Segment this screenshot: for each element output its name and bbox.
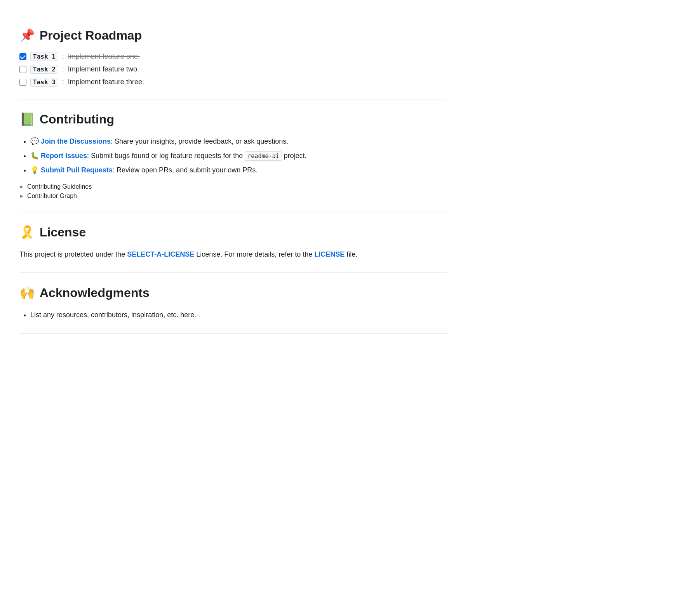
contrib-emoji-1: 💬 bbox=[30, 137, 41, 145]
readme-ai-code: readme-ai bbox=[245, 151, 282, 161]
task-checkbox-2[interactable] bbox=[19, 66, 26, 73]
join-discussions-link[interactable]: Join the Discussions bbox=[41, 137, 111, 145]
contributing-guidelines-label: Contributing Guidelines bbox=[27, 183, 92, 190]
roadmap-emoji: 📌 bbox=[19, 28, 35, 43]
task-text-1: Implement feature one. bbox=[68, 52, 140, 61]
task-label-2: Task 2 bbox=[30, 65, 58, 74]
contributing-title: 📗 Contributing bbox=[19, 112, 447, 127]
task-checkbox-3[interactable] bbox=[19, 79, 26, 86]
contrib-text-3: : Review open PRs, and submit your own P… bbox=[113, 166, 258, 174]
acknowledgments-emoji: 🙌 bbox=[19, 285, 35, 300]
task-text-2: Implement feature two. bbox=[68, 65, 139, 73]
acknowledgments-title: 🙌 Acknowledgments bbox=[19, 285, 447, 300]
contributing-section: 📗 Contributing 💬 Join the Discussions: S… bbox=[19, 99, 447, 212]
contrib-item-3: 💡 Submit Pull Requests: Review open PRs,… bbox=[30, 165, 447, 176]
details-item-guidelines[interactable]: ► Contributing Guidelines bbox=[19, 183, 447, 190]
task-text-3: Implement feature three. bbox=[68, 78, 144, 86]
task-separator-3: : bbox=[62, 78, 64, 86]
license-text-middle: License. For more details, refer to the bbox=[194, 250, 314, 258]
contributing-emoji: 📗 bbox=[19, 112, 35, 127]
roadmap-title: 📌 Project Roadmap bbox=[19, 28, 447, 43]
license-text: This project is protected under the SELE… bbox=[19, 249, 447, 260]
triangle-icon-2: ► bbox=[19, 193, 24, 199]
select-a-license-link[interactable]: SELECT-A-LICENSE bbox=[127, 250, 194, 258]
details-item-graph[interactable]: ► Contributor Graph bbox=[19, 193, 447, 200]
license-title: 🎗️ License bbox=[19, 225, 447, 240]
task-checkbox-1[interactable] bbox=[19, 53, 26, 60]
task-item-1: Task 1 : Implement feature one. bbox=[19, 52, 447, 61]
contrib-item-1: 💬 Join the Discussions: Share your insig… bbox=[30, 136, 447, 147]
contrib-text-2-after: project. bbox=[282, 152, 307, 160]
contrib-text-2: : Submit bugs found or log feature reque… bbox=[87, 152, 245, 160]
contrib-emoji-2: 🐛 bbox=[30, 152, 41, 160]
ack-text-1: List any resources, contributors, inspir… bbox=[30, 311, 196, 319]
license-text-after: file. bbox=[345, 250, 357, 258]
ack-item-1: List any resources, contributors, inspir… bbox=[30, 309, 447, 321]
acknowledgments-list: List any resources, contributors, inspir… bbox=[19, 309, 447, 321]
license-emoji: 🎗️ bbox=[19, 225, 35, 240]
details-list: ► Contributing Guidelines ► Contributor … bbox=[19, 183, 447, 200]
report-issues-link[interactable]: Report Issues bbox=[41, 152, 87, 160]
roadmap-section: 📌 Project Roadmap Task 1 : Implement fea… bbox=[19, 16, 447, 99]
task-separator-2: : bbox=[62, 65, 64, 73]
task-item-2: Task 2 : Implement feature two. bbox=[19, 65, 447, 74]
contrib-item-2: 🐛 Report Issues: Submit bugs found or lo… bbox=[30, 150, 447, 162]
divider-4 bbox=[19, 333, 447, 333]
task-label-1: Task 1 bbox=[30, 52, 58, 61]
contributing-list: 💬 Join the Discussions: Share your insig… bbox=[19, 136, 447, 175]
acknowledgments-section: 🙌 Acknowledgments List any resources, co… bbox=[19, 273, 447, 333]
license-section: 🎗️ License This project is protected und… bbox=[19, 212, 447, 273]
task-list: Task 1 : Implement feature one. Task 2 :… bbox=[19, 52, 447, 87]
contrib-text-1: : Share your insights, provide feedback,… bbox=[111, 137, 288, 145]
triangle-icon-1: ► bbox=[19, 184, 24, 189]
task-item-3: Task 3 : Implement feature three. bbox=[19, 78, 447, 87]
task-separator-1: : bbox=[62, 52, 64, 61]
license-text-before: This project is protected under the bbox=[19, 250, 127, 258]
license-file-link[interactable]: LICENSE bbox=[314, 250, 345, 258]
contrib-emoji-3: 💡 bbox=[30, 166, 41, 174]
contributor-graph-label: Contributor Graph bbox=[27, 193, 77, 200]
task-label-3: Task 3 bbox=[30, 78, 58, 87]
submit-prs-link[interactable]: Submit Pull Requests bbox=[41, 166, 113, 174]
